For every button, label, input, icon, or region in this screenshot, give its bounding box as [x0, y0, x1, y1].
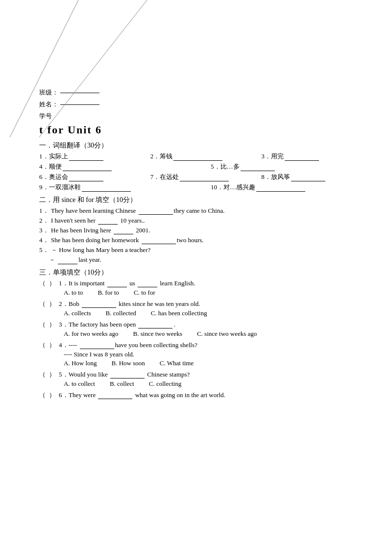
- s3-q4-options: A. How long B. How soon C. What time: [64, 359, 363, 367]
- s3-q2: （ ） 2． Bob kites since he was ten years …: [39, 300, 363, 317]
- section-2: 二．用 since 和 for 填空（10分） 1． They have bee…: [39, 196, 363, 264]
- s3-q4-sub: ---- Since I was 8 years old.: [64, 351, 363, 358]
- s3-q1-text: （ ） 1． It is important us learn English.: [39, 279, 363, 288]
- s3-q3-options: A. for two weeks ago B. since two weeks …: [64, 330, 363, 338]
- section-2-title: 二．用 since 和 for 填空（10分）: [39, 196, 363, 204]
- s3-q3-text: （ ） 3． The factory has been open .: [39, 320, 363, 329]
- s2-q5b: － last year.: [49, 255, 363, 264]
- section-3-title: 三．单项填空（10分）: [39, 268, 363, 277]
- s2-q4: 4． She has been doing her homework two h…: [39, 236, 363, 245]
- svg-line-0: [10, 0, 78, 137]
- s3-q1: （ ） 1． It is important us learn English.…: [39, 279, 363, 297]
- s2-q1: 1． They have been learning Chinese they …: [39, 206, 363, 215]
- s2-q5a: 5． － How long has Mary been a teacher?: [39, 246, 363, 254]
- section1-row1: 1．实际上 2．筹钱 3．用完: [39, 152, 363, 161]
- s3-q6-text: （ ） 6． They were what was going on in th…: [39, 391, 363, 400]
- section1-row2: 4．顺便 5．比…多: [39, 162, 363, 171]
- s3-q6: （ ） 6． They were what was going on in th…: [39, 391, 363, 400]
- s1-q5: 5．比…多: [211, 162, 363, 171]
- diagonal-decoration: [0, 0, 157, 137]
- s1-q10: 10．对…感兴趣: [211, 183, 363, 192]
- s3-q5: （ ） 5． Would you like Chinese stamps? A.…: [39, 370, 363, 388]
- s1-q2: 2．筹钱: [150, 152, 252, 161]
- s3-q4: （ ） 4． ---- have you been collecting she…: [39, 341, 363, 367]
- section-1-title: 一．词组翻译（30分）: [39, 141, 363, 150]
- section1-row3: 6．奥运会 7．在远处 8．放风筝: [39, 173, 363, 181]
- s1-q3: 3．用完: [261, 152, 363, 161]
- s3-q5-text: （ ） 5． Would you like Chinese stamps?: [39, 370, 363, 379]
- section1-row4: 9．一双溜冰鞋 10．对…感兴趣: [39, 183, 363, 192]
- s3-q2-text: （ ） 2． Bob kites since he was ten years …: [39, 300, 363, 308]
- s1-q6: 6．奥运会: [39, 173, 141, 181]
- s3-q1-options: A. to to B. for to C. to for: [64, 289, 363, 297]
- svg-line-1: [39, 0, 147, 137]
- s2-q2: 2． I haven't seen her 10 years..: [39, 216, 363, 225]
- s3-q5-options: A. to collect B. collect C. collecting: [64, 380, 363, 388]
- section-3: 三．单项填空（10分） （ ） 1． It is important us le…: [39, 268, 363, 400]
- s1-q9: 9．一双溜冰鞋: [39, 183, 191, 192]
- s1-q4: 4．顺便: [39, 162, 191, 171]
- s1-q1: 1．实际上: [39, 152, 141, 161]
- section-1: 一．词组翻译（30分） 1．实际上 2．筹钱 3．用完 4．顺便 5．比…多 6…: [39, 141, 363, 192]
- s2-q3: 3． He has been living here 2001.: [39, 226, 363, 235]
- s3-q4-text: （ ） 4． ---- have you been collecting she…: [39, 341, 363, 350]
- s3-q2-options: A. collects B. collected C. has been col…: [64, 309, 363, 317]
- s1-q7: 7．在远处: [150, 173, 252, 181]
- s1-q8: 8．放风筝: [261, 173, 363, 181]
- s3-q3: （ ） 3． The factory has been open . A. fo…: [39, 320, 363, 338]
